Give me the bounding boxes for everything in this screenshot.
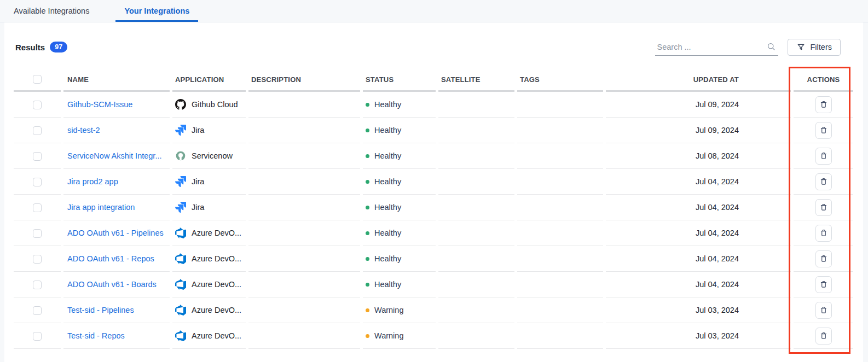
status-dot	[366, 308, 369, 312]
table-row: ADO OAuth v61 - Boards Azure DevO... Hea…	[14, 272, 853, 297]
select-all-checkbox[interactable]	[33, 75, 42, 84]
description-cell	[248, 323, 360, 349]
delete-button[interactable]	[815, 173, 832, 190]
status-cell: Healthy	[363, 118, 436, 143]
content-card: Results 97 Filters NAME	[4, 22, 863, 362]
trash-icon	[819, 331, 828, 340]
column-header-name: NAME	[63, 68, 170, 92]
column-header-application: APPLICATION	[172, 68, 246, 92]
application-label: Github Cloud	[192, 100, 238, 109]
column-header-status: STATUS	[363, 68, 436, 92]
name-cell: Github-SCM-Issue	[63, 92, 170, 118]
status-dot	[366, 180, 369, 184]
description-cell	[248, 92, 360, 118]
delete-button[interactable]	[815, 276, 832, 293]
row-checkbox[interactable]	[33, 178, 42, 186]
delete-button[interactable]	[815, 250, 832, 267]
tags-cell	[517, 92, 603, 118]
integration-name-link[interactable]: Jira prod2 app	[67, 177, 118, 186]
status-label: Healthy	[374, 177, 401, 186]
integration-name-link[interactable]: sid-test-2	[67, 126, 100, 135]
search-input[interactable]	[655, 43, 767, 51]
updated-at-cell: Jul 04, 2024	[606, 246, 791, 272]
trash-icon	[819, 280, 828, 289]
trash-icon	[819, 203, 828, 212]
github-icon	[175, 99, 186, 110]
trash-icon	[819, 229, 828, 237]
table-row: Test-sid - Repos Azure DevO... Warning J…	[14, 323, 853, 349]
application-label: Jira	[192, 126, 204, 135]
column-header-updated-at: UPDATED AT	[606, 68, 791, 92]
application-cell: Azure DevO...	[172, 272, 246, 297]
description-cell	[248, 220, 360, 246]
integration-name-link[interactable]: Test-sid - Repos	[67, 331, 125, 340]
row-checkbox[interactable]	[33, 255, 42, 264]
satellite-cell	[438, 92, 514, 118]
jira-icon	[175, 125, 186, 136]
status-cell: Healthy	[363, 92, 436, 118]
trash-icon	[819, 306, 828, 314]
delete-button[interactable]	[815, 225, 832, 242]
table-header-row: NAME APPLICATION DESCRIPTION STATUS SATE…	[14, 68, 853, 92]
row-checkbox[interactable]	[33, 203, 42, 212]
table-row: Jira app integration Jira Healthy Jul 04…	[14, 195, 853, 220]
status-cell: Healthy	[363, 272, 436, 297]
actions-cell	[794, 169, 853, 195]
satellite-cell	[438, 195, 514, 220]
application-cell: Azure DevO...	[172, 220, 246, 246]
integration-name-link[interactable]: Jira app integration	[67, 203, 135, 212]
actions-cell	[794, 297, 853, 323]
row-checkbox[interactable]	[33, 306, 42, 315]
tab-available-integrations[interactable]: Available Integrations	[5, 0, 98, 22]
actions-cell	[794, 92, 853, 118]
integration-name-link[interactable]: Test-sid - Pipelines	[67, 306, 134, 314]
delete-button[interactable]	[815, 96, 832, 113]
integration-name-link[interactable]: Github-SCM-Issue	[67, 100, 132, 109]
row-checkbox[interactable]	[33, 229, 42, 238]
updated-at-cell: Jul 04, 2024	[606, 272, 791, 297]
status-label: Healthy	[374, 280, 401, 289]
integration-name-link[interactable]: ADO OAuth v61 - Pipelines	[67, 229, 164, 237]
row-checkbox[interactable]	[33, 332, 42, 341]
filters-button[interactable]: Filters	[788, 39, 841, 56]
delete-button[interactable]	[815, 148, 832, 165]
row-checkbox-cell	[14, 169, 61, 195]
tab-your-integrations[interactable]: Your Integrations	[115, 0, 198, 22]
actions-cell	[794, 220, 853, 246]
actions-cell	[794, 143, 853, 169]
delete-button[interactable]	[815, 328, 832, 345]
description-cell	[248, 272, 360, 297]
satellite-cell	[438, 220, 514, 246]
row-checkbox-cell	[14, 118, 61, 143]
description-cell	[248, 169, 360, 195]
application-cell: Azure DevO...	[172, 323, 246, 349]
delete-button[interactable]	[815, 199, 832, 216]
status-label: Healthy	[374, 254, 401, 263]
application-label: Azure DevO...	[192, 306, 241, 314]
trash-icon	[819, 100, 828, 109]
status-label: Healthy	[374, 100, 401, 109]
delete-button[interactable]	[815, 302, 832, 319]
table-row: ServiceNow Akshit Integr... Servicenow H…	[14, 143, 853, 169]
row-checkbox[interactable]	[33, 281, 42, 289]
application-label: Jira	[192, 177, 204, 186]
row-checkbox-cell	[14, 272, 61, 297]
row-checkbox[interactable]	[33, 152, 42, 161]
updated-at-cell: Jul 03, 2024	[606, 323, 791, 349]
integration-name-link[interactable]: ServiceNow Akshit Integr...	[67, 151, 161, 160]
integration-name-link[interactable]: ADO OAuth v61 - Repos	[67, 254, 154, 263]
jira-icon	[175, 176, 186, 187]
description-cell	[248, 297, 360, 323]
name-cell: Test-sid - Pipelines	[63, 297, 170, 323]
delete-button[interactable]	[815, 122, 832, 139]
integration-name-link[interactable]: ADO OAuth v61 - Boards	[67, 280, 157, 289]
row-checkbox[interactable]	[33, 101, 42, 109]
row-checkbox-cell	[14, 323, 61, 349]
table-row: ADO OAuth v61 - Pipelines Azure DevO... …	[14, 220, 853, 246]
name-cell: Jira app integration	[63, 195, 170, 220]
actions-cell	[794, 195, 853, 220]
actions-cell	[794, 272, 853, 297]
row-checkbox[interactable]	[33, 126, 42, 135]
tags-cell	[517, 323, 603, 349]
column-header-tags: TAGS	[517, 68, 603, 92]
